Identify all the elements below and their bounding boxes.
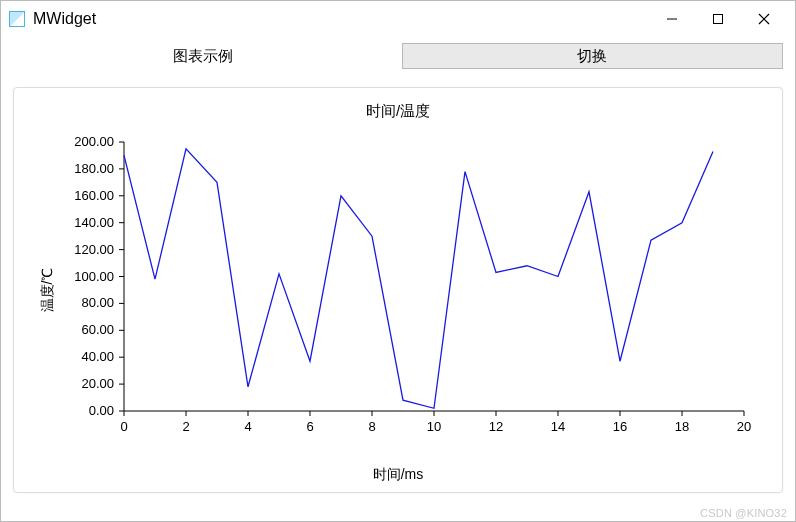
y-axis-label: 温度/℃ bbox=[39, 268, 57, 313]
svg-text:60.00: 60.00 bbox=[81, 322, 114, 337]
svg-text:18: 18 bbox=[675, 419, 689, 434]
svg-text:140.00: 140.00 bbox=[74, 215, 114, 230]
watermark: CSDN @KINO32 bbox=[700, 507, 787, 519]
svg-text:8: 8 bbox=[368, 419, 375, 434]
svg-text:180.00: 180.00 bbox=[74, 161, 114, 176]
chart-panel: 时间/温度 温度/℃ 时间/ms 024681012141618200.0020… bbox=[13, 87, 783, 493]
chart-example-label: 图表示例 bbox=[13, 43, 394, 69]
svg-text:80.00: 80.00 bbox=[81, 295, 114, 310]
minimize-button[interactable] bbox=[649, 4, 695, 34]
svg-text:0: 0 bbox=[120, 419, 127, 434]
titlebar: MWidget bbox=[1, 1, 795, 37]
svg-text:20.00: 20.00 bbox=[81, 376, 114, 391]
toolbar: 图表示例 切换 bbox=[1, 37, 795, 75]
x-axis-label: 时间/ms bbox=[14, 466, 782, 484]
minimize-icon bbox=[666, 13, 678, 25]
svg-text:6: 6 bbox=[306, 419, 313, 434]
close-icon bbox=[758, 13, 770, 25]
svg-text:14: 14 bbox=[551, 419, 565, 434]
svg-text:2: 2 bbox=[182, 419, 189, 434]
switch-button[interactable]: 切换 bbox=[402, 43, 783, 69]
svg-text:4: 4 bbox=[244, 419, 251, 434]
chart-title: 时间/温度 bbox=[14, 88, 782, 124]
svg-text:16: 16 bbox=[613, 419, 627, 434]
window-title: MWidget bbox=[33, 10, 96, 28]
chart-svg: 024681012141618200.0020.0040.0060.0080.0… bbox=[124, 136, 754, 441]
svg-text:40.00: 40.00 bbox=[81, 349, 114, 364]
svg-text:100.00: 100.00 bbox=[74, 269, 114, 284]
svg-text:120.00: 120.00 bbox=[74, 242, 114, 257]
svg-text:20: 20 bbox=[737, 419, 751, 434]
app-icon bbox=[9, 11, 25, 27]
svg-text:10: 10 bbox=[427, 419, 441, 434]
chart-plot-area: 024681012141618200.0020.0040.0060.0080.0… bbox=[124, 136, 754, 441]
svg-text:12: 12 bbox=[489, 419, 503, 434]
svg-rect-1 bbox=[714, 15, 723, 24]
maximize-icon bbox=[712, 13, 724, 25]
close-button[interactable] bbox=[741, 4, 787, 34]
svg-text:200.00: 200.00 bbox=[74, 134, 114, 149]
svg-text:0.00: 0.00 bbox=[89, 403, 114, 418]
svg-text:160.00: 160.00 bbox=[74, 188, 114, 203]
maximize-button[interactable] bbox=[695, 4, 741, 34]
